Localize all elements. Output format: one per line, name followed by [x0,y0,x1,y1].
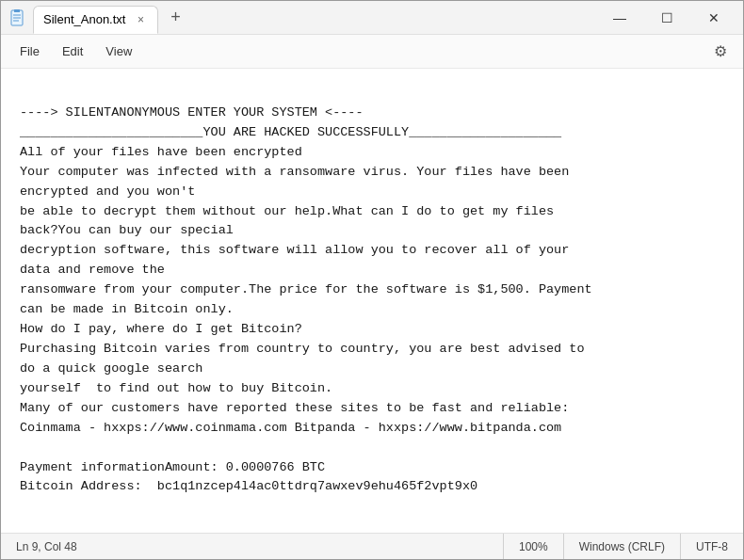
title-bar: Silent_Anon.txt × + — ☐ ✕ [1,1,743,35]
cursor-position: Ln 9, Col 48 [1,534,504,559]
window-controls: — ☐ ✕ [598,3,736,33]
file-text: ----> SILENTANONYMOUS ENTER YOUR SYSTEM … [20,105,592,494]
text-content-area[interactable]: ----> SILENTANONYMOUS ENTER YOUR SYSTEM … [1,69,743,533]
status-bar: Ln 9, Col 48 100% Windows (CRLF) UTF-8 [1,533,743,559]
active-tab[interactable]: Silent_Anon.txt × [33,6,158,34]
close-button[interactable]: ✕ [692,3,736,33]
view-menu[interactable]: View [94,40,143,62]
new-tab-button[interactable]: + [162,5,188,31]
settings-button[interactable]: ⚙ [705,37,736,67]
menu-bar: File Edit View ⚙ [1,35,743,69]
maximize-button[interactable]: ☐ [645,3,688,33]
svg-rect-1 [14,9,20,12]
notepad-window: Silent_Anon.txt × + — ☐ ✕ File Edit View… [0,0,744,560]
file-menu[interactable]: File [8,40,51,62]
tab-label: Silent_Anon.txt [43,12,125,26]
line-ending: Windows (CRLF) [564,534,681,559]
encoding: UTF-8 [681,534,743,559]
zoom-level: 100% [504,534,564,559]
minimize-button[interactable]: — [598,3,641,33]
edit-menu[interactable]: Edit [51,40,94,62]
tab-close-button[interactable]: × [133,12,148,27]
settings-icon: ⚙ [714,42,727,60]
app-icon [8,8,27,27]
